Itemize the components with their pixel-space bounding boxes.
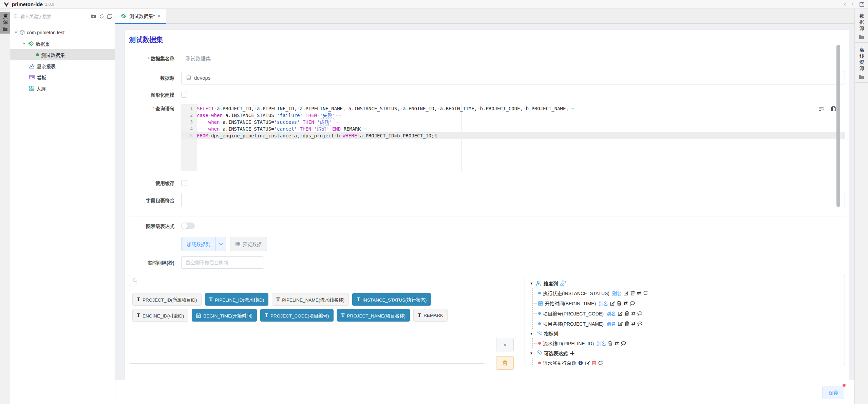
tree-item-package[interactable]: ▼ com.primeton.test bbox=[10, 27, 115, 38]
main-area: 测试数据集* × 测试数据集 *数据集名称 数据源 devops bbox=[115, 9, 854, 404]
load-columns-label: 加载数据列 bbox=[182, 237, 215, 251]
preview-data-button[interactable]: 预览数据 bbox=[230, 237, 267, 251]
chart-expression-toggle[interactable] bbox=[181, 223, 195, 229]
forward-icon[interactable]: › bbox=[851, 1, 854, 7]
field-chip[interactable]: TPIPELINE_NAME(流水线名称) bbox=[272, 293, 349, 306]
tree-item-dataset-folder[interactable]: ▼ 数据集 bbox=[10, 38, 115, 49]
folder-icon bbox=[3, 27, 8, 31]
save-all-icon[interactable] bbox=[859, 2, 865, 7]
field-chip[interactable]: TENGINE_ID(引擎ID) bbox=[132, 309, 188, 322]
alias-link[interactable]: 别名 bbox=[606, 310, 616, 317]
delete-action-icon[interactable] bbox=[625, 321, 629, 326]
save-button[interactable]: 保存 bbox=[823, 386, 844, 399]
tree-item-complex-report[interactable]: 复杂报表 bbox=[10, 60, 115, 72]
alias-link[interactable]: 别名 bbox=[597, 340, 606, 347]
load-columns-dropdown[interactable] bbox=[215, 237, 226, 251]
plus-button[interactable] bbox=[570, 351, 574, 355]
dataset-name-input[interactable] bbox=[181, 53, 845, 64]
comment-icon bbox=[643, 291, 648, 295]
caret-down-icon[interactable]: ▼ bbox=[22, 42, 26, 45]
field-chip[interactable]: TINSTANCE_STATUS(执行状态) bbox=[352, 293, 431, 306]
report-icon bbox=[29, 64, 35, 69]
dataset-icon bbox=[121, 14, 127, 18]
edit-action-icon[interactable] bbox=[610, 301, 615, 306]
collapse-all-icon[interactable] bbox=[107, 14, 112, 19]
swap-action-icon[interactable]: ⇄ bbox=[631, 321, 636, 327]
edit-action-icon[interactable] bbox=[585, 361, 590, 365]
field-chip[interactable]: TPROJECT_ID(所属项目ID) bbox=[132, 293, 202, 306]
info-action-icon[interactable] bbox=[578, 361, 583, 365]
field-chip-label: PIPELINE_ID(流水线ID) bbox=[215, 296, 264, 303]
comment-action-icon[interactable] bbox=[630, 301, 635, 306]
field-chip[interactable]: TPROJECT_CODE(项目编号) bbox=[260, 309, 334, 322]
calendar-icon bbox=[538, 301, 543, 306]
load-columns-button[interactable]: 加载数据列 bbox=[181, 237, 226, 251]
tree-item-dashboard[interactable]: 看板 bbox=[10, 72, 115, 83]
swap-action-icon[interactable]: ⇄ bbox=[623, 300, 628, 306]
delete-action-icon[interactable] bbox=[617, 301, 621, 306]
comment-action-icon[interactable] bbox=[621, 341, 626, 346]
tab-close-icon[interactable]: × bbox=[157, 13, 161, 19]
move-right-button[interactable]: » bbox=[496, 338, 514, 351]
search-icon bbox=[14, 14, 18, 19]
swap-action-icon[interactable]: ⇄ bbox=[631, 310, 636, 316]
back-icon[interactable]: ‹ bbox=[844, 1, 846, 7]
graphical-modeling-checkbox[interactable] bbox=[181, 92, 187, 98]
column-item-label: 执行状态(INSTANCE_STATUS) bbox=[543, 290, 609, 296]
edit-action-icon[interactable] bbox=[618, 311, 623, 316]
delete-action-icon[interactable] bbox=[592, 361, 596, 365]
datasource-field-label: 数据源 bbox=[128, 74, 174, 81]
delete-action-icon[interactable] bbox=[625, 311, 629, 316]
field-wrapper-input[interactable] bbox=[181, 193, 845, 207]
copy-sql-icon[interactable] bbox=[830, 106, 836, 113]
edit-action-icon[interactable] bbox=[624, 291, 628, 295]
delete-icon bbox=[625, 311, 629, 316]
vertical-scrollbar[interactable] bbox=[836, 45, 840, 207]
field-chip[interactable]: TREMARK bbox=[413, 309, 448, 322]
comment-action-icon[interactable] bbox=[637, 311, 642, 316]
comment-action-icon[interactable] bbox=[637, 322, 642, 326]
swap-action-icon[interactable]: ⇄ bbox=[615, 340, 619, 346]
delete-icon bbox=[617, 301, 621, 306]
refresh-icon[interactable] bbox=[99, 14, 104, 19]
new-folder-icon[interactable] bbox=[91, 14, 96, 19]
add-expression-icon bbox=[570, 351, 574, 355]
sidebar-search-input[interactable] bbox=[20, 14, 64, 19]
sql-code: SELECT·a.PROJECT_ID,·a.PIPELINE_ID,·a.PI… bbox=[197, 105, 574, 112]
realtime-interval-input[interactable] bbox=[181, 256, 264, 269]
activity-resources[interactable]: 资源 bbox=[0, 12, 10, 34]
datasource-select[interactable]: devops bbox=[181, 71, 845, 84]
titlebar: primeton-ide 1.0.0 ‹ › bbox=[0, 0, 868, 9]
sql-editor[interactable]: 1SELECT·a.PROJECT_ID,·a.PIPELINE_ID,·a.P… bbox=[181, 104, 845, 171]
swap-action-icon[interactable]: ⇄ bbox=[637, 290, 641, 296]
edit-action-icon[interactable] bbox=[618, 321, 623, 326]
tree-item-bigscreen[interactable]: 大屏 bbox=[10, 83, 115, 94]
sidebar-search[interactable] bbox=[14, 14, 91, 19]
field-chip-label: PROJECT_NAME(项目名称) bbox=[347, 312, 406, 319]
clear-columns-button[interactable] bbox=[496, 356, 514, 370]
field-chip[interactable]: TPROJECT_NAME(项目名称) bbox=[337, 309, 410, 322]
caret-down-icon[interactable]: ▼ bbox=[530, 351, 533, 355]
tree-item-test-dataset[interactable]: 测试数据集 bbox=[10, 49, 115, 60]
comment-action-icon[interactable] bbox=[598, 361, 603, 365]
field-search-box[interactable] bbox=[129, 275, 485, 286]
use-cache-checkbox[interactable] bbox=[181, 180, 187, 186]
field-chip[interactable]: TPIPELINE_ID(流水线ID) bbox=[205, 293, 269, 306]
tab-test-dataset[interactable]: 测试数据集* × bbox=[115, 9, 166, 24]
alias-link[interactable]: 别名 bbox=[612, 290, 622, 296]
caret-down-icon[interactable]: ▼ bbox=[14, 31, 18, 34]
hierarchy-add-button[interactable] bbox=[560, 281, 566, 286]
alias-link[interactable]: 别名 bbox=[606, 320, 616, 327]
column-item: 项目编号(PROJECT_CODE)别名⇄ bbox=[533, 308, 840, 319]
sql-line: 5FROM·dps_engine_pipeline_instance·a,·dp… bbox=[181, 132, 845, 139]
activity-offline-resources[interactable]: 离线资源 bbox=[855, 43, 868, 83]
format-sql-icon[interactable] bbox=[818, 106, 825, 113]
delete-action-icon[interactable] bbox=[630, 291, 635, 295]
comment-action-icon[interactable] bbox=[643, 291, 648, 295]
activity-datasource[interactable]: 数据源 bbox=[855, 9, 868, 43]
field-chip[interactable]: BEGIN_TIME(开始时间) bbox=[192, 309, 257, 322]
delete-action-icon[interactable] bbox=[608, 341, 612, 346]
caret-down-icon[interactable]: ▼ bbox=[530, 282, 533, 285]
alias-link[interactable]: 别名 bbox=[599, 300, 608, 307]
caret-down-icon[interactable]: ▼ bbox=[530, 332, 533, 335]
